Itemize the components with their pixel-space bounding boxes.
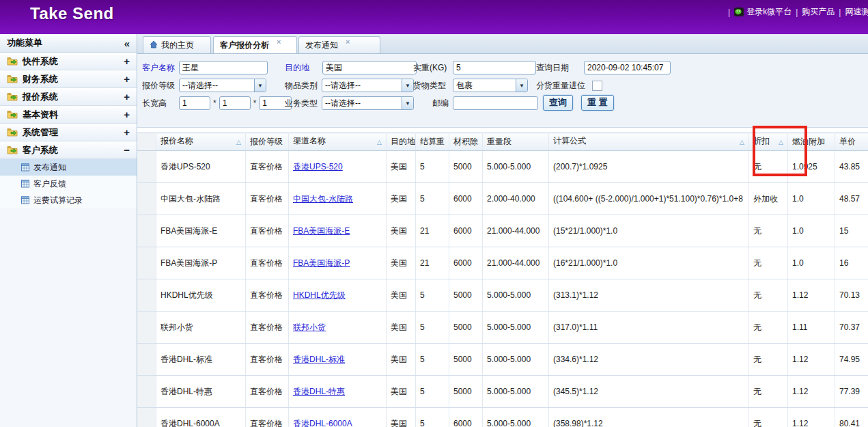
sidebar-subitem[interactable]: 运费试算记录 [0, 192, 137, 208]
split-weight-carry-checkbox[interactable] [592, 81, 602, 91]
cell-formula: (15*21/1.000)*1.0 [549, 215, 749, 247]
cell-channel-name[interactable]: 香港UPS-520 [289, 151, 387, 183]
cell-formula: (16*21/1.000)*1.0 [549, 247, 749, 279]
cell-destination: 美国 [387, 183, 416, 215]
tab-customer-quote-analysis[interactable]: 客户报价分析 × [213, 36, 297, 53]
cell-charge-weight: 5 [416, 279, 449, 312]
cell-channel-name[interactable]: 香港DHL-标准 [289, 344, 387, 376]
cell-discount: 无 [749, 247, 788, 279]
quote-level-select[interactable]: --请选择--▼ [179, 79, 266, 92]
item-category-select[interactable]: --请选择--▼ [322, 79, 414, 92]
col-header-charge-weight[interactable]: 结算重 [416, 133, 449, 151]
buy-product-link[interactable]: 购买产品 [802, 6, 835, 18]
table-row[interactable]: 中国大包-水陆路直客价格中国大包-水陆路美国560002.000-40.000(… [137, 183, 868, 215]
zip-code-input[interactable] [453, 96, 538, 110]
table-row[interactable]: 香港DHL-特惠直客价格香港DHL-特惠美国550005.000-5.000(3… [137, 376, 868, 408]
cell-channel-name[interactable]: 香港DHL-6000A [289, 408, 387, 427]
expand-toggle-icon[interactable]: + [124, 55, 130, 67]
length-input[interactable] [179, 96, 210, 110]
col-header-discount[interactable]: 折扣△ [749, 133, 788, 151]
channel-link[interactable]: 香港DHL-6000A [293, 419, 352, 427]
col-header-quote-name[interactable]: 报价名称△ [156, 133, 246, 151]
col-header-volume-divisor[interactable]: 材积除 [449, 133, 483, 151]
table-row[interactable]: FBA美国海派-P直客价格FBA美国海派-P美国21600021.000-44.… [137, 247, 868, 279]
chevron-down-icon: ▼ [516, 79, 527, 92]
expand-toggle-icon[interactable]: + [124, 126, 130, 138]
destination-label: 目的地 [285, 62, 309, 74]
table-row[interactable]: 香港DHL-6000A直客价格香港DHL-6000A美国560005.000-5… [137, 408, 868, 427]
table-row[interactable]: 联邦小货直客价格联邦小货美国550005.000-5.000(317.0)*1.… [137, 312, 868, 344]
collapse-sidebar-icon[interactable]: « [124, 38, 130, 49]
channel-link[interactable]: 香港UPS-520 [293, 162, 343, 171]
channel-link[interactable]: 联邦小货 [293, 322, 326, 332]
sidebar-item-6[interactable]: 客户系统− [0, 141, 137, 159]
sort-icon[interactable]: △ [377, 136, 382, 149]
cell-channel-name[interactable]: FBA美国海派-P [289, 247, 387, 279]
sidebar-item-1[interactable]: 快件系统+ [0, 53, 137, 70]
sidebar-subitem[interactable]: 客户反馈 [0, 176, 137, 192]
sidebar-subitem[interactable]: 发布通知 [0, 159, 137, 176]
sidebar-item-2[interactable]: 财务系统+ [0, 70, 137, 88]
reset-button[interactable]: 重 置 [581, 95, 614, 111]
split-weight-carry-label: 分货重量进位 [536, 80, 585, 92]
sidebar: 功能菜单 « 快件系统+财务系统+报价系统+基本资料+系统管理+客户系统− 发布… [0, 34, 137, 427]
channel-link[interactable]: FBA美国海派-E [293, 226, 350, 236]
sort-icon[interactable]: △ [236, 136, 241, 149]
search-button[interactable]: 查询 [543, 95, 573, 111]
col-header-quote-level[interactable]: 报价等级 [246, 133, 289, 151]
business-type-select[interactable]: --请选择--▼ [322, 96, 414, 110]
cell-quote-name: FBA美国海派-E [156, 215, 246, 247]
table-row[interactable]: 香港DHL-标准直客价格香港DHL-标准美国550005.000-5.000(3… [137, 344, 868, 376]
cell-weight-range: 2.000-40.000 [483, 183, 549, 215]
home-icon [150, 40, 158, 49]
cell-channel-name[interactable]: 中国大包-水陆路 [289, 183, 387, 215]
sidebar-item-5[interactable]: 系统管理+ [0, 124, 137, 141]
expand-toggle-icon[interactable]: − [124, 144, 130, 156]
cell-discount: 无 [749, 312, 788, 344]
tab-publish-notice[interactable]: 发布通知 × [298, 36, 380, 53]
destination-input[interactable] [322, 61, 417, 74]
expand-toggle-icon[interactable]: + [124, 91, 130, 102]
expand-toggle-icon[interactable]: + [124, 109, 130, 120]
customer-name-input[interactable] [179, 61, 268, 74]
col-header-unit-price[interactable]: 单价 [835, 133, 868, 151]
tab-my-home[interactable]: 我的主页 [143, 36, 211, 53]
table-row[interactable]: 香港UPS-520直客价格香港UPS-520美国550005.000-5.000… [137, 151, 868, 183]
cell-channel-name[interactable]: HKDHL优先级 [289, 279, 387, 312]
cell-quote-level: 直客价格 [246, 151, 289, 183]
expand-toggle-icon[interactable]: + [124, 73, 130, 85]
cell-channel-name[interactable]: FBA美国海派-E [289, 215, 387, 247]
cell-unit-price: 43.85 [835, 151, 868, 183]
speed-test-link[interactable]: 网速测试 [845, 6, 868, 18]
cell-fuel-surcharge: 1.0925 [788, 151, 835, 183]
login-kwei-link[interactable]: 登录k微平台 [734, 6, 792, 18]
table-row[interactable]: FBA美国海派-E直客价格FBA美国海派-E美国21600021.000-44.… [137, 215, 868, 247]
width-input[interactable] [219, 96, 251, 110]
business-type-label: 业务类型 [285, 98, 318, 109]
cargo-type-select[interactable]: 包裹▼ [453, 79, 528, 92]
channel-link[interactable]: HKDHL优先级 [293, 290, 346, 300]
col-header-channel-name[interactable]: 渠道名称△ [289, 133, 387, 151]
sidebar-item-3[interactable]: 报价系统+ [0, 88, 137, 106]
col-header-fuel-surcharge[interactable]: 燃油附加 [788, 133, 835, 151]
query-date-input[interactable] [584, 61, 671, 74]
row-index-cell [137, 215, 156, 247]
channel-link[interactable]: FBA美国海派-P [293, 258, 350, 268]
col-header-weight-range[interactable]: 重量段 [483, 133, 549, 151]
close-icon[interactable]: × [346, 38, 350, 46]
channel-link[interactable]: 香港DHL-标准 [293, 355, 345, 364]
col-header-destination[interactable]: 目的地 [387, 133, 416, 151]
cell-fuel-surcharge: 1.0 [788, 247, 835, 279]
table-row[interactable]: HKDHL优先级直客价格HKDHL优先级美国550005.000-5.000(3… [137, 279, 868, 312]
channel-link[interactable]: 中国大包-水陆路 [293, 194, 353, 204]
channel-link[interactable]: 香港DHL-特惠 [293, 387, 345, 396]
sort-icon[interactable]: △ [779, 136, 783, 149]
sidebar-item-4[interactable]: 基本资料+ [0, 106, 137, 124]
cell-channel-name[interactable]: 联邦小货 [289, 312, 387, 344]
weight-input[interactable] [453, 61, 536, 74]
cell-channel-name[interactable]: 香港DHL-特惠 [289, 376, 387, 408]
cell-quote-name: HKDHL优先级 [156, 279, 246, 312]
sort-icon[interactable]: △ [740, 136, 744, 149]
col-header-formula[interactable]: 计算公式△ [549, 133, 749, 151]
close-icon[interactable]: × [277, 38, 281, 46]
